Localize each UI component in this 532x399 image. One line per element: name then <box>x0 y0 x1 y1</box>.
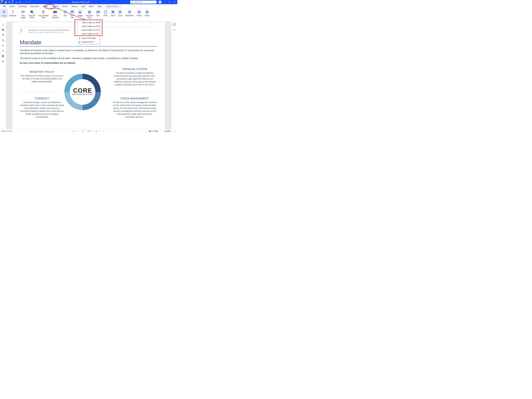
ribbon-excel[interactable]: XExcel <box>117 9 124 17</box>
svg-text:W: W <box>112 11 114 13</box>
ribbon-icon: SVG <box>96 10 100 14</box>
paragraph-1: The Bank of Canada is the nation's centr… <box>20 49 157 55</box>
ribbon-rich-text[interactable]: RTFRich Text <box>69 9 76 19</box>
image-panel-icon[interactable]: 🖼 <box>1 54 5 58</box>
svg-text:SVG: SVG <box>97 11 99 12</box>
nav-back-icon[interactable]: ⎌ <box>99 130 101 132</box>
svg-rect-5 <box>32 12 33 13</box>
undo-icon[interactable]: ↶ <box>25 1 27 3</box>
menu-comment[interactable]: Comment <box>17 4 28 8</box>
minimize-button[interactable]: — <box>162 0 166 4</box>
menu-help[interactable]: Help <box>96 4 103 8</box>
right-sidebar: 💬 ☺ <box>171 22 177 129</box>
search-next-icon[interactable]: > <box>157 1 158 3</box>
page-navigator: ⏮ < of 1 > ⏭ ⎌ ⎌ <box>72 130 105 132</box>
view-facing-icon[interactable]: ▯�prisingly▯ <box>152 130 154 132</box>
menu-document[interactable]: Document <box>29 4 41 8</box>
menu-batch[interactable]: Batch <box>87 4 95 8</box>
nav-fwd-icon[interactable]: ⎌ <box>102 130 105 132</box>
view-single-icon[interactable]: ▯ <box>145 130 147 132</box>
menu-secure[interactable]: Secure <box>70 4 79 8</box>
ribbon-svg[interactable]: SVGSVG <box>95 9 101 17</box>
save-icon[interactable]: 💾 <box>4 1 7 3</box>
redo-icon[interactable]: ↷ <box>28 1 31 3</box>
chevron-down-icon: ⌄ <box>12 17 13 18</box>
menu-export-jpeg[interactable]: Export Pages as JPEG <box>78 21 100 24</box>
first-page-icon[interactable]: ⏮ <box>72 130 75 132</box>
pages-panel-icon[interactable]: ▯ <box>1 23 5 26</box>
chevron-down-icon: ⌄ <box>80 17 81 18</box>
chevron-down-icon: ⌄ <box>146 17 148 18</box>
page-dimensions: 8.50 x 11.00 in <box>1 130 12 132</box>
tags-panel-icon[interactable]: 🏷 <box>1 60 5 63</box>
menu-home[interactable]: Home <box>8 4 16 8</box>
quad-monetary-policy: MONETARY POLICY The objective of monetar… <box>20 70 64 83</box>
ribbon-icon <box>78 10 82 14</box>
ribbon-icon <box>41 10 45 14</box>
page-input[interactable] <box>80 130 87 132</box>
scan-icon[interactable]: ⧉ <box>15 1 18 3</box>
ribbon-from-multiple-files[interactable]: From Multiple Files <box>37 9 50 19</box>
ribbon-from-image[interactable]: From Image⌄ <box>19 9 27 21</box>
ribbon-from-ms-office[interactable]: From MS Office <box>27 9 37 19</box>
ribbon-html[interactable]: HTML <box>102 9 109 17</box>
ribbon-text[interactable]: Text <box>62 9 69 17</box>
ribbon-selection[interactable]: Selection⌄ <box>8 9 18 19</box>
ribbon-icon <box>2 10 6 14</box>
chevron-down-icon: ⌄ <box>23 19 24 20</box>
menu-export-gif[interactable]: Export Pages as GIF <box>78 32 100 36</box>
zoom-in-icon[interactable]: + <box>173 130 176 132</box>
layers-panel-icon[interactable]: ≋ <box>1 44 5 47</box>
signature-panel-icon[interactable]: ✎ <box>1 49 5 52</box>
menu-export-all-images[interactable]: ⊞Export All Images <box>78 36 100 40</box>
menu-file[interactable]: File <box>1 4 8 8</box>
bookmarks-panel-icon[interactable]: 🔖 <box>1 28 5 31</box>
mail-icon[interactable]: ✉ <box>19 1 21 3</box>
zoom-input[interactable] <box>163 130 172 132</box>
search-input[interactable] <box>134 1 155 3</box>
menu-view[interactable]: View <box>79 4 87 8</box>
ribbon-icon <box>87 10 92 14</box>
quickprint-icon[interactable]: 🖶▾ <box>12 1 14 3</box>
svg-text:X: X <box>120 11 121 13</box>
menu-pages[interactable]: Pages <box>41 4 50 8</box>
search-prev-icon[interactable]: < <box>155 1 156 3</box>
tool-search-input[interactable] <box>105 5 122 8</box>
zoom-out-icon[interactable]: − <box>159 130 162 132</box>
next-page-icon[interactable]: > <box>92 130 94 132</box>
user-avatar[interactable]: IG <box>158 0 162 4</box>
ribbon-icon: /A <box>137 10 141 14</box>
svg-text:P: P <box>129 11 130 13</box>
ribbon-word[interactable]: WWord <box>109 9 116 17</box>
ribbon-from-autocad[interactable]: DWGFrom AutoCAD <box>50 9 60 19</box>
svg-text:/X: /X <box>146 11 148 13</box>
ribbon-hand[interactable]: Hand <box>0 9 8 18</box>
ribbon-pdf/x[interactable]: /XPDF/X⌄ <box>143 9 151 19</box>
prev-page-icon[interactable]: < <box>76 130 79 132</box>
ribbon-pdf/a[interactable]: /APDF/A⌄ <box>135 9 143 19</box>
maximize-button[interactable]: ▢ <box>167 0 171 4</box>
search-box[interactable]: 🔍▾ < > × <box>130 0 157 4</box>
last-page-icon[interactable]: ⏭ <box>95 130 98 132</box>
comment-panel-icon[interactable]: 💬 <box>173 23 176 26</box>
donut-chart: CORE RESPONSIBILITIES <box>63 73 102 111</box>
ribbon-icon <box>63 10 67 14</box>
attachments-panel-icon[interactable]: 📎 <box>1 39 5 42</box>
ribbon-images[interactable]: Images⌄ <box>76 9 84 19</box>
close-button[interactable]: ✕ <box>172 0 177 4</box>
menu-forms[interactable]: Forms <box>61 4 70 8</box>
svg-text:/A: /A <box>139 11 140 13</box>
ribbon-powerpoint[interactable]: PPowerPoint <box>124 9 135 17</box>
open-icon[interactable]: 📂▾ <box>1 1 3 3</box>
ribbon-fast-web-view[interactable]: Fast Web View <box>84 9 94 19</box>
document-title: Business Report.pdf <box>32 1 129 3</box>
menu-rasterize-pdf[interactable]: ◧Rasterize PDF <box>78 40 100 44</box>
menu-export-tiff[interactable]: Export Pages as TIFF <box>78 28 100 32</box>
flag-panel-icon[interactable]: ⚑ <box>1 33 5 37</box>
stamp-panel-icon[interactable]: ☺ <box>173 28 176 31</box>
menu-export-png[interactable]: Export Pages as PNG <box>78 24 100 28</box>
quad-financial-system: FINANCIAL SYSTEM The Bank promotes a sta… <box>113 68 157 86</box>
menu-convert[interactable]: Convert <box>50 4 60 8</box>
view-facing-cont-icon[interactable]: ▥ <box>155 130 158 132</box>
print-icon[interactable]: 🖶 <box>8 1 11 3</box>
